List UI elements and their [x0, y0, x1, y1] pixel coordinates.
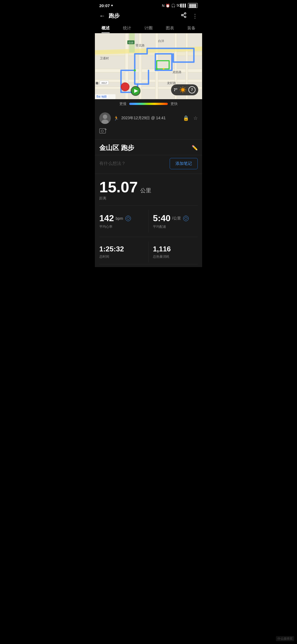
stat-total-time: 1:25:32 总时间 [99, 241, 148, 262]
calories-label: 总热量消耗 [153, 254, 198, 259]
svg-point-2 [185, 16, 186, 18]
total-time-label: 总时间 [99, 254, 144, 259]
svg-point-30 [156, 68, 158, 70]
tabs-bar: 概述 统计 计圈 图表 装备 [95, 23, 202, 33]
tab-charts[interactable]: 图表 [159, 23, 181, 33]
svg-line-45 [185, 91, 185, 92]
speed-legend: 更慢 更快 [95, 99, 202, 109]
back-button[interactable]: ← [99, 12, 105, 20]
heart-rate-value: 142 [99, 213, 114, 223]
tab-stats[interactable]: 统计 [116, 23, 138, 33]
stats-grid-2: 1:25:32 总时间 1,116 总热量消耗 [99, 241, 198, 262]
top-nav: ← 跑步 ⋮ [95, 10, 202, 23]
pace-info-icon[interactable] [183, 216, 189, 221]
stats-section: 15.07 公里 距离 142 bpm 平均心率 5:40 /公里 [95, 174, 202, 267]
lock-icon[interactable]: 🔒 [183, 115, 189, 121]
activity-date: 2023年12月29日 @ 14:41 [121, 116, 166, 121]
page-title: 跑步 [109, 12, 120, 20]
svg-line-47 [181, 91, 181, 92]
more-button[interactable]: ⋮ [192, 13, 198, 19]
heart-rate-unit: bpm [116, 216, 123, 221]
svg-text:零北路: 零北路 [136, 44, 145, 47]
nfc-icon: N [162, 4, 164, 8]
sun-icon [179, 86, 187, 94]
svg-point-0 [185, 13, 186, 14]
stat-avg-pace: 5:40 /公里 平均配速 [148, 210, 198, 232]
signal-icon: 5G▌▌▌ [177, 4, 187, 7]
svg-point-52 [101, 130, 103, 132]
heart-status-icon: ♥ [111, 4, 113, 7]
status-time: 20:07 ♥ [99, 3, 113, 8]
svg-point-49 [103, 115, 107, 119]
svg-point-29 [134, 69, 136, 71]
svg-point-1 [182, 14, 183, 16]
bottom-divider [99, 264, 198, 264]
pace-unit: /公里 [172, 216, 181, 221]
svg-text:龙轩路: 龙轩路 [167, 81, 176, 85]
alarm-icon: ⏰ [166, 4, 170, 8]
notes-placeholder[interactable]: 有什么想法？ [99, 161, 126, 166]
svg-line-44 [181, 88, 181, 88]
nav-left: ← 跑步 [99, 12, 120, 20]
temperature: 7° [174, 88, 177, 92]
battery-icon: ▓▓▓ [188, 3, 198, 8]
svg-text:卫通村: 卫通村 [100, 57, 109, 60]
slower-label: 更慢 [119, 101, 127, 106]
activity-title: 金山区 跑步 [99, 143, 134, 152]
edit-title-button[interactable]: ✏️ [192, 145, 198, 151]
svg-text:X017: X017 [101, 82, 107, 84]
stats-grid: 142 bpm 平均心率 5:40 /公里 平均配速 [99, 210, 198, 232]
svg-line-4 [183, 14, 185, 15]
pace-label: 平均配速 [153, 224, 198, 229]
svg-text:G15: G15 [128, 41, 133, 44]
distance-value-row: 15.07 公里 [99, 179, 198, 195]
aqi-value: 7 [188, 86, 196, 93]
main-stat-distance: 15.07 公里 距离 [99, 179, 198, 201]
tab-overview[interactable]: 概述 [95, 23, 116, 33]
svg-line-46 [185, 88, 185, 88]
map-background: 卫通村 零北路 白洋 龙皓路 龙轩路 松金公路 G15 X017 X017 [95, 33, 202, 99]
svg-line-3 [183, 15, 185, 16]
activity-header: 🏃 2023年12月29日 @ 14:41 🔒 ☆ [99, 112, 198, 124]
user-avatar[interactable] [99, 112, 111, 124]
tab-laps[interactable]: 计圈 [138, 23, 159, 33]
distance-label: 距离 [99, 196, 198, 201]
heart-rate-label: 平均心率 [99, 224, 144, 229]
stat-calories: 1,116 总热量消耗 [148, 241, 198, 262]
svg-text:Bai 地图: Bai 地图 [97, 95, 107, 98]
stat-heart-rate: 142 bpm 平均心率 [99, 210, 148, 232]
svg-text:白洋: 白洋 [158, 39, 164, 43]
activity-meta: 🏃 2023年12月29日 @ 14:41 [114, 116, 180, 121]
speed-gradient-bar [129, 103, 168, 105]
notes-section: 有什么想法？ 添加笔记 [95, 155, 202, 174]
total-time-value: 1:25:32 [99, 245, 124, 253]
svg-point-31 [163, 68, 164, 70]
status-bar: 20:07 ♥ N ⏰ 🎧 5G▌▌▌ ▓▓▓ [95, 0, 202, 10]
share-button[interactable] [181, 12, 187, 20]
map-container[interactable]: 卫通村 零北路 白洋 龙皓路 龙轩路 松金公路 G15 X017 X017 [95, 33, 202, 99]
nav-right: ⋮ [181, 12, 198, 20]
add-note-button[interactable]: 添加笔记 [170, 158, 198, 169]
headphone-icon: 🎧 [171, 4, 175, 8]
activity-title-section: 金山区 跑步 ✏️ [95, 139, 202, 155]
divider-1 [99, 205, 198, 206]
svg-point-33 [122, 84, 128, 90]
favorite-icon[interactable]: ☆ [193, 115, 198, 121]
weather-badge: 7° 7 [171, 84, 198, 95]
status-right-icons: N ⏰ 🎧 5G▌▌▌ ▓▓▓ [162, 3, 198, 8]
svg-point-39 [181, 88, 185, 92]
add-photo-button[interactable] [99, 127, 198, 137]
calories-value: 1,116 [153, 245, 171, 253]
svg-text:龙皓路: 龙皓路 [172, 70, 182, 74]
heart-rate-info-icon[interactable] [125, 216, 131, 221]
running-icon: 🏃 [114, 116, 119, 121]
faster-label: 更快 [170, 101, 178, 106]
tab-gear[interactable]: 装备 [181, 23, 202, 33]
time-display: 20:07 [99, 3, 110, 8]
divider-2 [99, 237, 198, 237]
activity-actions: 🔒 ☆ [183, 115, 198, 121]
distance-value: 15.07 [99, 178, 138, 196]
pace-value: 5:40 [153, 213, 170, 223]
distance-unit: 公里 [140, 187, 151, 193]
activity-header-section: 🏃 2023年12月29日 @ 14:41 🔒 ☆ [95, 109, 202, 139]
